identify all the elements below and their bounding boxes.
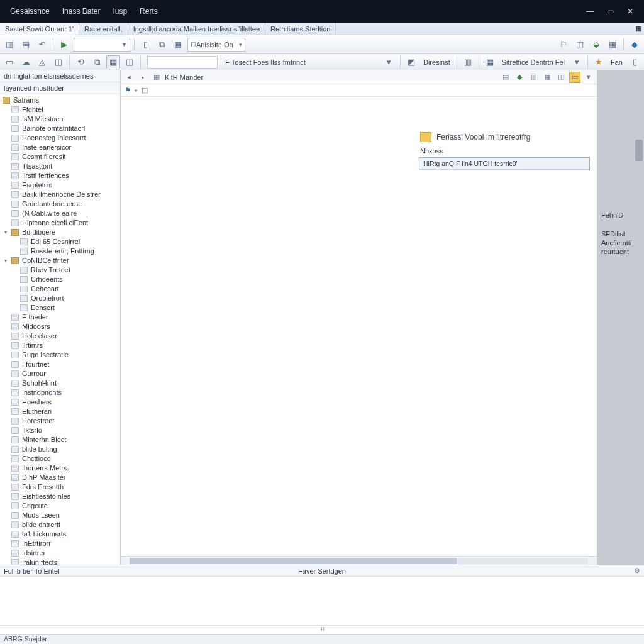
float-listbox[interactable]: HiRtg anQIF lin4 UTGH tesrric0'	[419, 157, 590, 170]
tree-item[interactable]: Rhev Tretoet	[30, 266, 72, 274]
tree-item[interactable]: la1 hicknmsrts	[21, 530, 67, 538]
tree-item[interactable]: Rossterertir; Enttirng	[30, 247, 96, 255]
center-t3-icon[interactable]: ▥	[528, 72, 539, 83]
bottom-content[interactable]	[0, 577, 644, 625]
tree-item[interactable]: Crhdeents	[30, 275, 64, 283]
bottom-grip[interactable]: ⠿	[0, 625, 644, 634]
tool-c-icon[interactable]: ⬙	[589, 38, 603, 52]
tree-group[interactable]: Bd dibqere	[21, 228, 57, 236]
tree-item[interactable]: Balik llmenriocne Delstrer	[21, 191, 102, 198]
help-icon[interactable]: ◆	[628, 38, 641, 52]
tree-item[interactable]: E theder	[21, 313, 50, 321]
tool-a-icon[interactable]: ⚐	[557, 38, 570, 52]
sec-f-icon[interactable]: ◫	[123, 55, 136, 69]
tab-0[interactable]: Sastel Sowit Ouranr 1'	[0, 23, 79, 35]
chev-icon[interactable]: ▾	[570, 55, 584, 69]
open-icon[interactable]: ▤	[19, 38, 33, 52]
tree-item[interactable]: Hoeshers	[21, 398, 53, 406]
tree-item[interactable]: Orobietrort	[30, 294, 65, 302]
layout-a-icon[interactable]: ▥	[461, 55, 475, 69]
tree-item[interactable]: Ilrstti fertfences	[21, 172, 70, 179]
sub-b-icon[interactable]: ◫	[142, 86, 148, 94]
tree-item[interactable]: Cehecart	[30, 285, 60, 292]
sec-d-icon[interactable]: ⟲	[74, 55, 87, 69]
center-fwd-icon[interactable]: •	[137, 72, 148, 83]
tree-view[interactable]: Satrams FfdhtelIsM MiestoenBalnote omtat…	[0, 94, 120, 565]
tab-overflow-icon[interactable]: ▦	[633, 23, 644, 35]
tree-item[interactable]: Instndpnonts	[21, 389, 63, 396]
copy-icon[interactable]: ⧉	[155, 38, 169, 52]
menu-item-3[interactable]: Rerts	[133, 4, 164, 18]
search-input[interactable]	[147, 56, 218, 69]
maximize-button[interactable]: ▭	[600, 4, 620, 19]
tool-b-icon[interactable]: ◫	[573, 38, 587, 52]
config-combo[interactable]: ▼	[74, 38, 130, 52]
tree-item[interactable]: Crigcute	[21, 502, 49, 509]
tree-item[interactable]: blide dntrertt	[21, 521, 62, 528]
tree-item[interactable]: Gurrour	[21, 370, 47, 377]
grid-icon[interactable]: ▦	[106, 55, 120, 69]
tool-d-icon[interactable]: ▦	[606, 38, 619, 52]
menu-item-0[interactable]: Gesaissnce	[4, 4, 56, 18]
sec-c-icon[interactable]: ◫	[52, 55, 65, 69]
new-icon[interactable]: ▥	[3, 38, 16, 52]
tree-item[interactable]: Esrptetrrs	[21, 181, 53, 189]
tree-item[interactable]: Midoosrs	[21, 323, 52, 330]
tree-item[interactable]: Ihorterrs Metrs	[21, 464, 69, 472]
tree-item[interactable]: Chcttiocd	[21, 455, 52, 462]
center-hscrollbar[interactable]	[121, 556, 597, 565]
arrow-down-icon[interactable]: ▾	[382, 55, 396, 69]
sec-a-icon[interactable]: ▭	[3, 55, 16, 69]
tree-item[interactable]: Fdrs Eresntth	[21, 483, 65, 491]
layout-b-icon[interactable]: ▦	[483, 55, 497, 69]
tree-item[interactable]: Inste eanersicor	[21, 143, 72, 151]
center-t5-icon[interactable]: ◫	[555, 72, 567, 83]
tree-item[interactable]: Ifalun ftects	[21, 558, 58, 565]
tree-item[interactable]: Rugo Isectratle	[21, 351, 70, 358]
anisit-combo[interactable]: ◻ Anisisite On▾	[187, 38, 245, 52]
menu-item-1[interactable]: Inass Bater	[56, 4, 107, 18]
paste-icon[interactable]: ▦	[171, 38, 185, 52]
tree-item[interactable]: Ilrtimrs	[21, 341, 44, 349]
tree-item[interactable]: Grdetanteboenerac	[21, 200, 83, 208]
tree-item[interactable]: (N Cabl.wite ealre	[21, 209, 78, 217]
right-scroll-thumb[interactable]	[635, 140, 643, 161]
center-t6-icon[interactable]: ▭	[569, 72, 580, 83]
hscroll-thumb[interactable]	[130, 558, 457, 564]
minimize-button[interactable]: ―	[580, 4, 600, 19]
page-icon[interactable]: ▯	[138, 38, 152, 52]
sec-e-icon[interactable]: ⧉	[90, 55, 104, 69]
tree-item[interactable]: Idsirtrer	[21, 549, 47, 557]
center-grid[interactable]	[121, 97, 597, 102]
tree-item[interactable]: Edl 65 Cesnirrel	[30, 238, 81, 245]
tree-item[interactable]: Hole elaser	[21, 332, 58, 340]
doc-icon[interactable]: ▯	[628, 55, 641, 69]
tree-item[interactable]: Minterhn Blect	[21, 436, 67, 443]
center-ref-icon[interactable]: ▦	[151, 72, 162, 83]
tree-item[interactable]: Hoenosteg Ihlecsorrt	[21, 134, 87, 142]
tree-item[interactable]: Horestreot	[21, 417, 55, 425]
close-button[interactable]: ✕	[620, 4, 640, 19]
tree-item[interactable]: I fourtnet	[21, 360, 50, 368]
tree-item[interactable]: Ttsasttont	[21, 162, 53, 170]
tree-group[interactable]: CpNIBCe tfriter	[21, 257, 70, 264]
tree-item[interactable]: Muds Lseen	[21, 511, 61, 519]
star-icon[interactable]: ★	[592, 55, 606, 69]
tree-item[interactable]: Elutheran	[21, 408, 53, 415]
tree-item[interactable]: Hiptcone cicefl ciEent	[21, 219, 89, 226]
tree-item[interactable]: Eensert	[30, 304, 56, 311]
tree-item[interactable]: Eishtlesato nles	[21, 492, 72, 500]
center-t1-icon[interactable]: ▤	[500, 72, 511, 83]
tab-2[interactable]: Ingsrll;diancoda Mallten Inerlissr sl'il…	[128, 23, 265, 35]
center-t4-icon[interactable]: ▦	[541, 72, 553, 83]
tab-3[interactable]: Rethitiams Sterltion	[265, 23, 336, 35]
run-icon[interactable]: ▶	[57, 38, 71, 52]
tree-item[interactable]: Ffdhtel	[21, 106, 45, 113]
tree-item[interactable]: DIhP Maasiter	[21, 474, 67, 481]
tree-item[interactable]: Balnote omtatntitacrl	[21, 125, 86, 132]
center-back-icon[interactable]: ◂	[123, 72, 135, 83]
tree-item[interactable]: IsM Miestoen	[21, 115, 64, 123]
center-t2-icon[interactable]: ◆	[514, 72, 525, 83]
gear-icon[interactable]: ⚙	[634, 567, 640, 575]
center-t7-icon[interactable]: ▾	[583, 72, 594, 83]
